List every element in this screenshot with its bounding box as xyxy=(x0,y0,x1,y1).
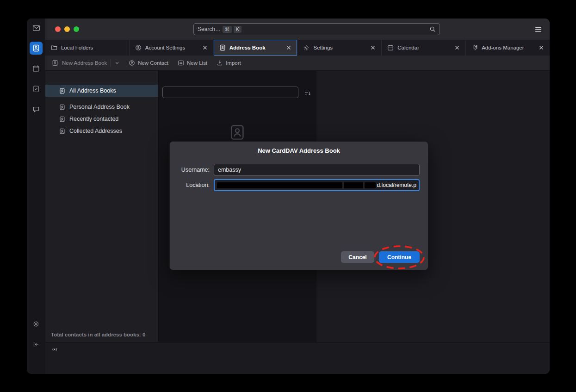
close-window-button[interactable] xyxy=(55,26,61,32)
new-address-book-label: New Address Book xyxy=(62,60,107,66)
tab-label: Local Folders xyxy=(61,45,93,50)
app-window: Search… ⌘ K Local Folders xyxy=(27,19,550,374)
tab-label: Settings xyxy=(313,45,333,50)
puzzle-icon xyxy=(471,44,478,51)
network-radio-icon xyxy=(51,346,58,353)
folder-row-collected-addresses[interactable]: Collected Addresses xyxy=(45,125,158,137)
folder-row-recently-contacted[interactable]: Recently contacted xyxy=(45,113,158,125)
address-book-nav-icon[interactable] xyxy=(30,42,43,55)
address-book-icon xyxy=(59,88,65,94)
contacts-search-input[interactable] xyxy=(162,87,298,98)
dialog-title: New CardDAV Address Book xyxy=(170,147,428,154)
folder-row-label: Recently contacted xyxy=(69,116,118,122)
new-address-book-button[interactable]: New Address Book xyxy=(52,59,119,67)
address-book-icon xyxy=(59,128,65,134)
list-icon xyxy=(178,60,184,66)
settings-gear-icon[interactable] xyxy=(30,317,43,330)
username-input[interactable] xyxy=(214,164,420,176)
tab-close-icon[interactable] xyxy=(370,45,376,50)
total-contacts-status: Total contacts in all address books: 0 xyxy=(45,332,158,342)
folder-row-all-address-books[interactable]: All Address Books xyxy=(45,85,158,97)
zoom-window-button[interactable] xyxy=(74,26,79,32)
tab-label: Add-ons Manager xyxy=(482,45,524,50)
tab-close-icon[interactable] xyxy=(454,45,460,50)
new-contact-button[interactable]: New Contact xyxy=(129,60,168,66)
tab-label: Calendar xyxy=(397,45,419,50)
import-button[interactable]: Import xyxy=(217,60,241,66)
calendar-icon xyxy=(387,44,394,51)
collapse-sidebar-icon[interactable] xyxy=(30,338,43,351)
location-label: Location: xyxy=(170,182,210,188)
app-menu-icon[interactable] xyxy=(534,25,542,33)
tab-calendar[interactable]: Calendar xyxy=(381,40,465,56)
tab-label: Account Settings xyxy=(145,45,185,50)
address-book-icon xyxy=(52,60,58,66)
tab-addons-manager[interactable]: Add-ons Manager xyxy=(465,40,550,56)
address-book-icon xyxy=(59,104,65,110)
import-icon xyxy=(217,60,223,66)
cancel-button[interactable]: Cancel xyxy=(341,251,374,263)
redaction-bar xyxy=(365,182,376,188)
chevron-down-icon[interactable] xyxy=(115,61,119,65)
person-icon xyxy=(129,60,135,66)
redaction-bar xyxy=(344,182,363,188)
folder-icon xyxy=(51,44,57,51)
global-search-bar[interactable]: Search… ⌘ K xyxy=(193,23,440,35)
tab-close-icon[interactable] xyxy=(539,45,544,50)
username-label: Username: xyxy=(170,167,210,173)
tab-bar: Local Folders Account Settings Address B… xyxy=(45,40,550,56)
tab-address-book[interactable]: Address Book xyxy=(213,40,297,56)
display-options-icon[interactable] xyxy=(304,89,311,96)
new-list-label: New List xyxy=(187,60,207,66)
new-carddav-dialog: New CardDAV Address Book Username: Locat… xyxy=(169,141,428,270)
tasks-nav-icon[interactable] xyxy=(30,82,43,95)
chat-nav-icon[interactable] xyxy=(30,103,43,116)
activity-bar xyxy=(27,19,45,374)
gear-icon xyxy=(303,44,310,51)
location-visible-text: d.local/remote.p xyxy=(377,182,416,188)
divider xyxy=(111,59,111,67)
k-key-badge: K xyxy=(234,26,242,33)
tab-label: Address Book xyxy=(229,45,266,50)
search-placeholder: Search… xyxy=(198,26,221,32)
new-contact-label: New Contact xyxy=(138,60,168,66)
minimize-window-button[interactable] xyxy=(64,26,70,32)
folder-row-label: Collected Addresses xyxy=(69,128,122,134)
folder-row-label: Personal Address Book xyxy=(69,104,130,110)
traffic-lights xyxy=(45,26,79,32)
location-input[interactable]: d.local/remote.p xyxy=(214,179,420,191)
status-bar xyxy=(45,342,550,374)
empty-contacts-placeholder-icon xyxy=(159,124,316,141)
tab-close-icon[interactable] xyxy=(286,45,291,50)
address-book-toolbar: New Address Book New Contact New List xyxy=(45,56,550,71)
mail-icon[interactable] xyxy=(30,21,43,34)
search-icon xyxy=(429,26,436,32)
tab-close-icon[interactable] xyxy=(202,45,208,50)
folder-row-label: All Address Books xyxy=(69,87,116,94)
address-book-icon xyxy=(219,44,226,51)
new-list-button[interactable]: New List xyxy=(178,60,207,66)
import-label: Import xyxy=(226,60,241,66)
titlebar: Search… ⌘ K xyxy=(45,19,550,40)
cmd-key-badge: ⌘ xyxy=(223,26,232,33)
tab-local-folders[interactable]: Local Folders xyxy=(45,40,129,56)
tab-account-settings[interactable]: Account Settings xyxy=(129,40,213,56)
calendar-nav-icon[interactable] xyxy=(30,62,43,75)
address-book-list-pane: All Address Books Personal Address Book … xyxy=(45,71,159,342)
continue-button[interactable]: Continue xyxy=(379,251,420,263)
address-book-icon xyxy=(59,116,65,122)
account-settings-icon xyxy=(135,44,142,51)
tab-settings[interactable]: Settings xyxy=(297,40,381,56)
redaction-bar xyxy=(217,182,342,188)
folder-row-personal-address-book[interactable]: Personal Address Book xyxy=(45,101,158,113)
